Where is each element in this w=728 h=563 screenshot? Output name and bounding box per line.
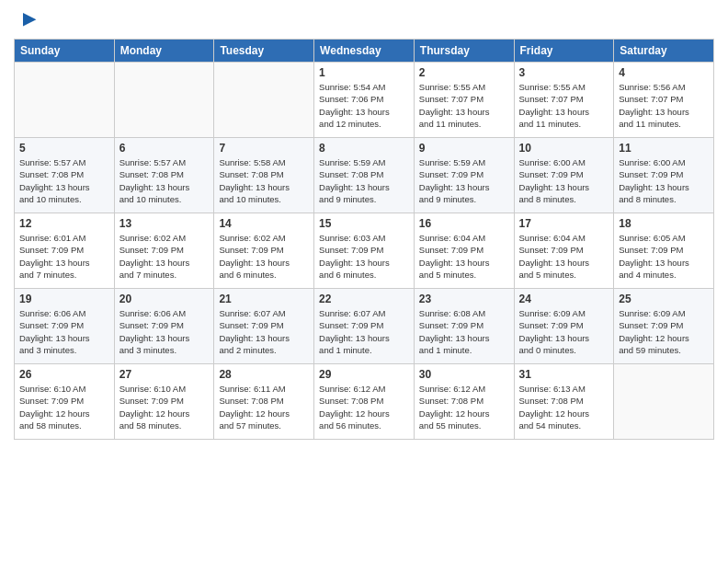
calendar-cell: 9Sunrise: 5:59 AM Sunset: 7:09 PM Daylig… <box>414 138 514 213</box>
day-number: 16 <box>419 217 509 230</box>
calendar-cell: 17Sunrise: 6:04 AM Sunset: 7:09 PM Dayli… <box>514 213 614 289</box>
calendar-cell: 2Sunrise: 5:55 AM Sunset: 7:07 PM Daylig… <box>414 63 514 138</box>
calendar-cell: 13Sunrise: 6:02 AM Sunset: 7:09 PM Dayli… <box>114 213 214 289</box>
day-number: 5 <box>19 142 109 155</box>
day-number: 12 <box>19 217 109 230</box>
day-info: Sunrise: 5:55 AM Sunset: 7:07 PM Dayligh… <box>419 81 509 130</box>
weekday-header-tuesday: Tuesday <box>214 40 314 63</box>
page: SundayMondayTuesdayWednesdayThursdayFrid… <box>0 0 728 563</box>
day-number: 29 <box>319 368 409 381</box>
day-info: Sunrise: 6:07 AM Sunset: 7:09 PM Dayligh… <box>319 307 409 356</box>
day-info: Sunrise: 6:07 AM Sunset: 7:09 PM Dayligh… <box>219 307 309 356</box>
header <box>14 9 714 31</box>
day-info: Sunrise: 5:59 AM Sunset: 7:08 PM Dayligh… <box>319 156 409 205</box>
day-number: 21 <box>219 293 309 305</box>
day-info: Sunrise: 6:09 AM Sunset: 7:09 PM Dayligh… <box>519 307 609 356</box>
day-number: 15 <box>319 217 409 230</box>
day-info: Sunrise: 5:55 AM Sunset: 7:07 PM Dayligh… <box>519 81 609 130</box>
day-info: Sunrise: 5:54 AM Sunset: 7:06 PM Dayligh… <box>319 81 409 130</box>
day-number: 30 <box>419 368 509 381</box>
calendar-cell <box>214 63 314 138</box>
day-number: 26 <box>19 368 109 381</box>
day-info: Sunrise: 6:06 AM Sunset: 7:09 PM Dayligh… <box>19 307 109 356</box>
day-info: Sunrise: 6:08 AM Sunset: 7:09 PM Dayligh… <box>419 307 509 356</box>
calendar-cell: 5Sunrise: 5:57 AM Sunset: 7:08 PM Daylig… <box>15 138 115 213</box>
day-info: Sunrise: 5:56 AM Sunset: 7:07 PM Dayligh… <box>619 81 709 130</box>
weekday-header-row: SundayMondayTuesdayWednesdayThursdayFrid… <box>15 40 714 63</box>
calendar-cell: 28Sunrise: 6:11 AM Sunset: 7:08 PM Dayli… <box>214 364 314 440</box>
day-info: Sunrise: 6:12 AM Sunset: 7:08 PM Dayligh… <box>319 383 409 431</box>
logo-icon <box>16 9 38 31</box>
calendar-cell: 21Sunrise: 6:07 AM Sunset: 7:09 PM Dayli… <box>214 289 314 364</box>
calendar-cell <box>15 63 115 138</box>
day-number: 28 <box>219 368 309 381</box>
calendar-cell: 29Sunrise: 6:12 AM Sunset: 7:08 PM Dayli… <box>314 364 415 440</box>
calendar-cell: 14Sunrise: 6:02 AM Sunset: 7:09 PM Dayli… <box>214 213 314 289</box>
day-number: 2 <box>419 66 509 79</box>
calendar-cell: 18Sunrise: 6:05 AM Sunset: 7:09 PM Dayli… <box>614 213 714 289</box>
day-number: 17 <box>519 217 609 230</box>
day-number: 11 <box>619 142 709 155</box>
calendar-cell: 25Sunrise: 6:09 AM Sunset: 7:09 PM Dayli… <box>614 289 714 364</box>
weekday-header-wednesday: Wednesday <box>314 40 415 63</box>
calendar-cell: 12Sunrise: 6:01 AM Sunset: 7:09 PM Dayli… <box>15 213 115 289</box>
day-number: 27 <box>119 368 210 381</box>
day-number: 3 <box>519 66 609 79</box>
day-info: Sunrise: 5:57 AM Sunset: 7:08 PM Dayligh… <box>19 156 109 205</box>
calendar-cell: 23Sunrise: 6:08 AM Sunset: 7:09 PM Dayli… <box>414 289 514 364</box>
calendar-cell: 11Sunrise: 6:00 AM Sunset: 7:09 PM Dayli… <box>614 138 714 213</box>
calendar-cell: 24Sunrise: 6:09 AM Sunset: 7:09 PM Dayli… <box>514 289 614 364</box>
week-row-4: 19Sunrise: 6:06 AM Sunset: 7:09 PM Dayli… <box>15 289 714 364</box>
day-info: Sunrise: 6:00 AM Sunset: 7:09 PM Dayligh… <box>519 156 609 205</box>
day-number: 6 <box>119 142 210 155</box>
calendar-cell: 1Sunrise: 5:54 AM Sunset: 7:06 PM Daylig… <box>314 63 415 138</box>
day-number: 20 <box>119 293 210 305</box>
calendar-cell <box>614 364 714 440</box>
day-info: Sunrise: 5:59 AM Sunset: 7:09 PM Dayligh… <box>419 156 509 205</box>
day-number: 22 <box>319 293 409 305</box>
day-number: 7 <box>219 142 309 155</box>
logo <box>14 9 38 31</box>
calendar: SundayMondayTuesdayWednesdayThursdayFrid… <box>14 39 714 440</box>
day-info: Sunrise: 6:02 AM Sunset: 7:09 PM Dayligh… <box>219 232 309 281</box>
day-number: 13 <box>119 217 210 230</box>
day-number: 23 <box>419 293 509 305</box>
calendar-cell: 4Sunrise: 5:56 AM Sunset: 7:07 PM Daylig… <box>614 63 714 138</box>
week-row-3: 12Sunrise: 6:01 AM Sunset: 7:09 PM Dayli… <box>15 213 714 289</box>
day-number: 18 <box>619 217 709 230</box>
weekday-header-saturday: Saturday <box>614 40 714 63</box>
day-number: 8 <box>319 142 409 155</box>
day-number: 14 <box>219 217 309 230</box>
calendar-cell: 30Sunrise: 6:12 AM Sunset: 7:08 PM Dayli… <box>414 364 514 440</box>
calendar-cell: 3Sunrise: 5:55 AM Sunset: 7:07 PM Daylig… <box>514 63 614 138</box>
day-number: 31 <box>519 368 609 381</box>
svg-marker-0 <box>23 13 36 26</box>
day-number: 4 <box>619 66 709 79</box>
calendar-cell: 26Sunrise: 6:10 AM Sunset: 7:09 PM Dayli… <box>15 364 115 440</box>
day-info: Sunrise: 6:12 AM Sunset: 7:08 PM Dayligh… <box>419 383 509 431</box>
day-info: Sunrise: 6:11 AM Sunset: 7:08 PM Dayligh… <box>219 383 309 431</box>
day-info: Sunrise: 6:00 AM Sunset: 7:09 PM Dayligh… <box>619 156 709 205</box>
calendar-cell: 6Sunrise: 5:57 AM Sunset: 7:08 PM Daylig… <box>114 138 214 213</box>
calendar-cell: 8Sunrise: 5:59 AM Sunset: 7:08 PM Daylig… <box>314 138 415 213</box>
day-info: Sunrise: 6:03 AM Sunset: 7:09 PM Dayligh… <box>319 232 409 281</box>
day-info: Sunrise: 6:04 AM Sunset: 7:09 PM Dayligh… <box>519 232 609 281</box>
day-number: 1 <box>319 66 409 79</box>
calendar-cell: 20Sunrise: 6:06 AM Sunset: 7:09 PM Dayli… <box>114 289 214 364</box>
calendar-cell: 22Sunrise: 6:07 AM Sunset: 7:09 PM Dayli… <box>314 289 415 364</box>
calendar-cell: 7Sunrise: 5:58 AM Sunset: 7:08 PM Daylig… <box>214 138 314 213</box>
weekday-header-sunday: Sunday <box>15 40 115 63</box>
day-info: Sunrise: 5:57 AM Sunset: 7:08 PM Dayligh… <box>119 156 210 205</box>
day-number: 9 <box>419 142 509 155</box>
day-number: 10 <box>519 142 609 155</box>
calendar-cell <box>114 63 214 138</box>
day-info: Sunrise: 6:02 AM Sunset: 7:09 PM Dayligh… <box>119 232 210 281</box>
calendar-cell: 16Sunrise: 6:04 AM Sunset: 7:09 PM Dayli… <box>414 213 514 289</box>
day-info: Sunrise: 6:05 AM Sunset: 7:09 PM Dayligh… <box>619 232 709 281</box>
calendar-cell: 15Sunrise: 6:03 AM Sunset: 7:09 PM Dayli… <box>314 213 415 289</box>
day-info: Sunrise: 6:06 AM Sunset: 7:09 PM Dayligh… <box>119 307 210 356</box>
weekday-header-friday: Friday <box>514 40 614 63</box>
calendar-cell: 31Sunrise: 6:13 AM Sunset: 7:08 PM Dayli… <box>514 364 614 440</box>
calendar-cell: 27Sunrise: 6:10 AM Sunset: 7:09 PM Dayli… <box>114 364 214 440</box>
week-row-5: 26Sunrise: 6:10 AM Sunset: 7:09 PM Dayli… <box>15 364 714 440</box>
